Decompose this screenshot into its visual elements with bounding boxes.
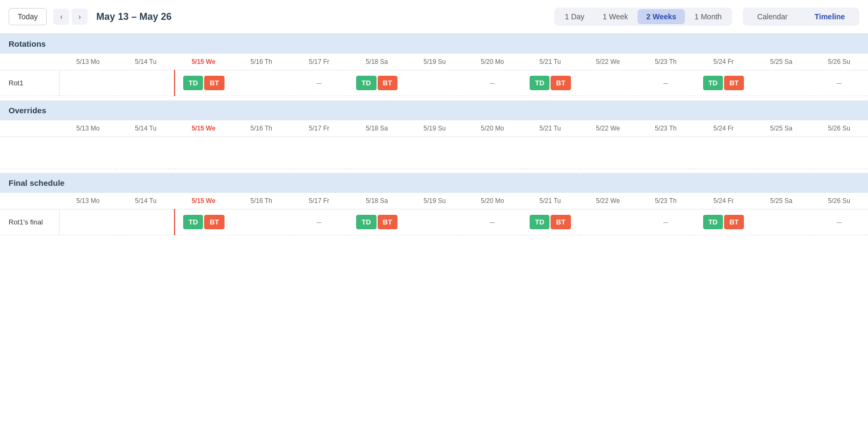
rot1-c5: TD BT bbox=[348, 70, 406, 96]
rotations-label-header bbox=[0, 54, 59, 70]
rh-d8: 5/21 Tu bbox=[522, 54, 580, 70]
fh-d6: 5/19 Su bbox=[406, 193, 464, 209]
oh-d5: 5/18 Sa bbox=[348, 120, 406, 137]
rf-pair-0: TD BT bbox=[178, 215, 229, 229]
rotations-grid: 5/13 Mo 5/14 Tu 5/15 We 5/16 Th 5/17 Fr … bbox=[0, 54, 868, 100]
oh-d12: 5/25 Sa bbox=[753, 120, 811, 137]
rh-d13: 5/26 Su bbox=[810, 54, 868, 70]
oe-c1 bbox=[117, 136, 175, 169]
rh-d5: 5/18 Sa bbox=[348, 54, 406, 70]
rf-c5: TD BT bbox=[348, 209, 406, 235]
oe-c10 bbox=[637, 136, 695, 169]
rot1-bt-1[interactable]: BT bbox=[378, 76, 397, 90]
rh-d9: 5/22 We bbox=[579, 54, 637, 70]
oh-d3: 5/16 Th bbox=[233, 120, 291, 137]
oe-c5 bbox=[348, 136, 406, 169]
mode-timeline[interactable]: Timeline bbox=[801, 9, 858, 24]
rot1-td-0[interactable]: TD bbox=[183, 76, 203, 90]
rf-bt-3[interactable]: BT bbox=[724, 215, 744, 229]
rot1final-row: Rot1's final TD BT – TD BT bbox=[0, 209, 868, 235]
view-1week[interactable]: 1 Week bbox=[594, 9, 636, 24]
fh-d8: 5/21 Tu bbox=[522, 193, 580, 209]
rot1-dash-0: – bbox=[317, 78, 322, 88]
final-schedule-grid: 5/13 Mo 5/14 Tu 5/15 We 5/16 Th 5/17 Fr … bbox=[0, 193, 868, 239]
overrides-label-header bbox=[0, 120, 59, 137]
view-1month[interactable]: 1 Month bbox=[686, 9, 730, 24]
overrides-date-header: 5/13 Mo 5/14 Tu 5/15 We 5/16 Th 5/17 Fr … bbox=[0, 120, 868, 137]
rf-dash-0: – bbox=[317, 217, 322, 227]
rot1-td-2[interactable]: TD bbox=[530, 76, 549, 90]
prev-button[interactable]: ‹ bbox=[53, 9, 69, 25]
rot1-td-3[interactable]: TD bbox=[703, 76, 723, 90]
oe-c13 bbox=[810, 136, 868, 169]
rot1-c3 bbox=[233, 70, 291, 96]
rf-bt-1[interactable]: BT bbox=[378, 215, 397, 229]
overrides-table: 5/13 Mo 5/14 Tu 5/15 We 5/16 Th 5/17 Fr … bbox=[0, 120, 868, 173]
rf-c11: TD BT bbox=[695, 209, 753, 235]
rf-pair-1: TD BT bbox=[351, 215, 403, 229]
rf-c2: TD BT bbox=[175, 209, 233, 235]
date-range: May 13 – May 26 bbox=[96, 11, 548, 23]
today-button[interactable]: Today bbox=[9, 8, 47, 25]
final-schedule-header: Final schedule bbox=[0, 173, 868, 193]
oh-d0: 5/13 Mo bbox=[59, 120, 117, 137]
rf-c6 bbox=[406, 209, 464, 235]
rot1-c1 bbox=[117, 70, 175, 96]
overrides-empty-label bbox=[0, 136, 59, 169]
oh-d8: 5/21 Tu bbox=[522, 120, 580, 137]
rot1-bt-3[interactable]: BT bbox=[724, 76, 744, 90]
rh-d6: 5/19 Su bbox=[406, 54, 464, 70]
rf-c9 bbox=[579, 209, 637, 235]
rot1-td-1[interactable]: TD bbox=[356, 76, 376, 90]
oh-d13: 5/26 Su bbox=[810, 120, 868, 137]
rf-td-3[interactable]: TD bbox=[703, 215, 723, 229]
overrides-section: Overrides 5/13 Mo 5/14 Tu 5/15 We 5/16 T… bbox=[0, 100, 868, 173]
fh-d3: 5/16 Th bbox=[233, 193, 291, 209]
rh-d12: 5/25 Sa bbox=[753, 54, 811, 70]
fh-d10: 5/23 Th bbox=[637, 193, 695, 209]
overrides-grid: 5/13 Mo 5/14 Tu 5/15 We 5/16 Th 5/17 Fr … bbox=[0, 120, 868, 173]
fh-d0: 5/13 Mo bbox=[59, 193, 117, 209]
oe-c4 bbox=[290, 136, 348, 169]
rot1-c4: – bbox=[290, 70, 348, 96]
fh-d5: 5/18 Sa bbox=[348, 193, 406, 209]
rf-bt-2[interactable]: BT bbox=[551, 215, 570, 229]
final-schedule-section: Final schedule 5/13 Mo 5/14 Tu 5/15 We 5… bbox=[0, 173, 868, 239]
oh-d2: 5/15 We bbox=[175, 120, 233, 137]
rot1-c7: – bbox=[464, 70, 522, 96]
rot1-c0 bbox=[59, 70, 117, 96]
rot1-c10: – bbox=[637, 70, 695, 96]
final-schedule-table: 5/13 Mo 5/14 Tu 5/15 We 5/16 Th 5/17 Fr … bbox=[0, 193, 868, 239]
view-1day[interactable]: 1 Day bbox=[556, 9, 593, 24]
rotations-table: 5/13 Mo 5/14 Tu 5/15 We 5/16 Th 5/17 Fr … bbox=[0, 54, 868, 100]
view-2weeks[interactable]: 2 Weeks bbox=[638, 9, 685, 24]
rh-d11: 5/24 Fr bbox=[695, 54, 753, 70]
overrides-header: Overrides bbox=[0, 100, 868, 120]
rot1-bt-0[interactable]: BT bbox=[204, 76, 224, 90]
rf-bt-0[interactable]: BT bbox=[204, 215, 224, 229]
fh-d11: 5/24 Fr bbox=[695, 193, 753, 209]
rot1-dash-2: – bbox=[663, 78, 668, 88]
rf-td-0[interactable]: TD bbox=[183, 215, 203, 229]
rot1-c13: – bbox=[810, 70, 868, 96]
oe-c11 bbox=[695, 136, 753, 169]
rotations-date-header: 5/13 Mo 5/14 Tu 5/15 We 5/16 Th 5/17 Fr … bbox=[0, 54, 868, 70]
rh-d4: 5/17 Fr bbox=[290, 54, 348, 70]
rh-d2: 5/15 We bbox=[175, 54, 233, 70]
view-group: 1 Day 1 Week 2 Weeks 1 Month bbox=[554, 8, 732, 26]
oe-c6 bbox=[406, 136, 464, 169]
rot1-c6 bbox=[406, 70, 464, 96]
rot1-bt-2[interactable]: BT bbox=[551, 76, 570, 90]
rf-c4: – bbox=[290, 209, 348, 235]
rh-d10: 5/23 Th bbox=[637, 54, 695, 70]
rf-dash-3: – bbox=[837, 217, 842, 227]
oe-c8 bbox=[522, 136, 580, 169]
oh-d7: 5/20 Mo bbox=[464, 120, 522, 137]
mode-calendar[interactable]: Calendar bbox=[744, 9, 801, 24]
final-date-header: 5/13 Mo 5/14 Tu 5/15 We 5/16 Th 5/17 Fr … bbox=[0, 193, 868, 209]
rot1-c8: TD BT bbox=[522, 70, 580, 96]
rf-c7: – bbox=[464, 209, 522, 235]
rf-td-2[interactable]: TD bbox=[530, 215, 549, 229]
rf-td-1[interactable]: TD bbox=[356, 215, 376, 229]
next-button[interactable]: › bbox=[71, 9, 88, 25]
